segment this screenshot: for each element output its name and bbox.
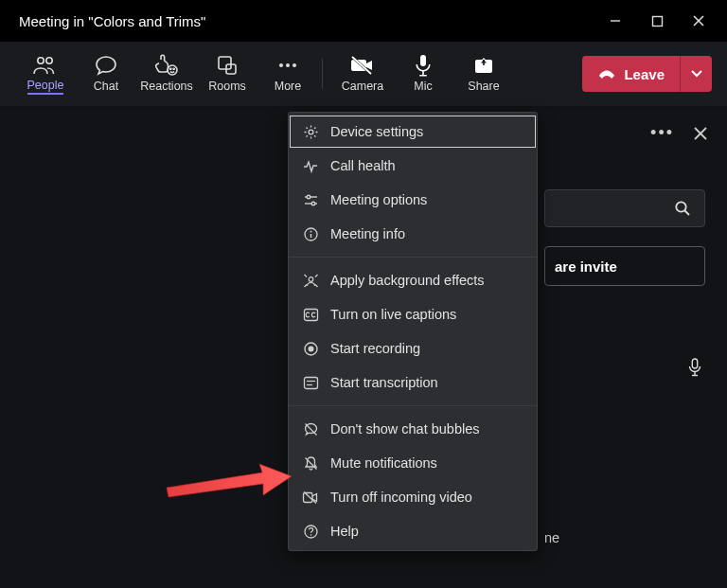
menu-meeting-options-label: Meeting options: [330, 192, 427, 207]
menu-meeting-info[interactable]: Meeting info: [289, 217, 537, 251]
svg-point-32: [310, 230, 311, 232]
menu-device-settings[interactable]: Device settings: [289, 115, 537, 149]
rooms-icon: [217, 53, 238, 78]
participant-mic-icon[interactable]: [687, 358, 702, 377]
svg-point-8: [173, 68, 174, 69]
menu-meeting-options[interactable]: Meeting options: [289, 183, 537, 217]
svg-rect-16: [420, 55, 426, 66]
more-icon: [277, 53, 298, 78]
arrow-icon: [163, 459, 295, 505]
close-button[interactable]: [678, 0, 719, 42]
people-button[interactable]: People: [15, 47, 76, 100]
panel-more-button[interactable]: •••: [650, 123, 674, 143]
svg-point-6: [168, 65, 177, 75]
rooms-button[interactable]: Rooms: [197, 47, 257, 100]
menu-separator: [289, 257, 537, 258]
svg-point-12: [286, 63, 290, 67]
svg-point-4: [38, 58, 44, 63]
svg-rect-9: [219, 57, 231, 69]
leave-label: Leave: [624, 66, 665, 82]
rooms-label: Rooms: [208, 78, 246, 95]
bell-off-icon: [302, 454, 319, 472]
menu-background-effects[interactable]: Apply background effects: [289, 263, 537, 297]
search-icon: [674, 200, 691, 217]
more-menu: Device settings Call health Meeting opti…: [288, 112, 538, 551]
svg-point-13: [293, 63, 296, 67]
menu-live-captions-label: Turn on live captions: [330, 307, 456, 322]
mic-button[interactable]: Mic: [393, 47, 453, 100]
captions-icon: [302, 306, 319, 323]
maximize-button[interactable]: [636, 0, 678, 42]
share-button[interactable]: Share: [453, 47, 514, 100]
video-off-icon: [302, 489, 319, 506]
svg-point-50: [310, 534, 311, 536]
menu-start-recording[interactable]: Start recording: [289, 331, 537, 365]
share-invite-label: are invite: [555, 258, 617, 275]
menu-mute-notifications-label: Mute notifications: [330, 455, 437, 471]
mic-icon: [414, 53, 433, 78]
chat-label: Chat: [94, 78, 118, 95]
minimize-icon: [609, 14, 622, 27]
svg-point-26: [309, 130, 313, 134]
svg-point-30: [311, 202, 315, 205]
svg-point-29: [307, 195, 310, 199]
svg-point-34: [309, 276, 313, 281]
titlebar: Meeting in "Colors and Trims": [0, 0, 727, 42]
menu-help[interactable]: Help: [289, 514, 537, 548]
window-title: Meeting in "Colors and Trims": [19, 13, 205, 29]
share-label: Share: [468, 78, 499, 95]
chat-bubble-off-icon: [302, 420, 319, 437]
reactions-icon: [154, 53, 179, 78]
people-label: People: [27, 78, 64, 95]
menu-device-settings-label: Device settings: [330, 124, 423, 139]
leave-dropdown-button[interactable]: [680, 56, 712, 92]
menu-background-effects-label: Apply background effects: [330, 273, 485, 288]
menu-live-captions[interactable]: Turn on live captions: [289, 297, 537, 331]
chat-icon: [95, 53, 117, 78]
menu-start-transcription-label: Start transcription: [330, 375, 438, 390]
panel-close-button[interactable]: [693, 126, 708, 141]
close-icon: [693, 126, 708, 141]
svg-point-5: [46, 58, 52, 63]
record-icon: [302, 340, 319, 357]
more-label: More: [275, 78, 301, 95]
camera-button[interactable]: Camera: [332, 47, 393, 100]
svg-point-7: [170, 68, 171, 69]
menu-hide-chat-bubbles-label: Don't show chat bubbles: [330, 421, 480, 437]
panel-header-controls: •••: [650, 123, 708, 143]
minimize-button[interactable]: [594, 0, 636, 42]
menu-call-health[interactable]: Call health: [289, 149, 537, 183]
menu-call-health-label: Call health: [330, 158, 396, 173]
svg-line-38: [315, 284, 318, 287]
mic-label: Mic: [414, 78, 432, 95]
menu-hide-chat-bubbles[interactable]: Don't show chat bubbles: [289, 412, 537, 446]
share-invite-button[interactable]: are invite: [544, 246, 705, 286]
menu-start-recording-label: Start recording: [330, 341, 420, 356]
menu-start-transcription[interactable]: Start transcription: [289, 365, 537, 400]
meeting-window: Meeting in "Colors and Trims" People Cha…: [0, 0, 727, 588]
participants-search[interactable]: [544, 189, 705, 227]
camera-label: Camera: [342, 78, 383, 95]
svg-line-35: [304, 275, 307, 277]
menu-mute-notifications[interactable]: Mute notifications: [289, 446, 537, 480]
activity-icon: [302, 157, 319, 174]
svg-line-37: [304, 284, 307, 287]
people-icon: [33, 53, 58, 78]
menu-turn-off-video[interactable]: Turn off incoming video: [289, 480, 537, 514]
chat-button[interactable]: Chat: [76, 47, 136, 100]
info-icon: [302, 225, 319, 242]
sliders-icon: [302, 191, 319, 208]
svg-rect-42: [304, 377, 317, 388]
annotation-arrow: [163, 459, 295, 505]
more-button[interactable]: More: [257, 47, 318, 100]
reactions-button[interactable]: Reactions: [136, 47, 197, 100]
menu-separator: [289, 405, 537, 406]
hangup-icon: [597, 67, 616, 80]
transcription-icon: [302, 374, 319, 391]
close-icon: [692, 14, 705, 27]
panel-text-fragment: ne: [544, 530, 700, 545]
leave-button-group: Leave: [582, 56, 712, 92]
leave-button[interactable]: Leave: [582, 56, 680, 92]
menu-meeting-info-label: Meeting info: [330, 226, 405, 241]
svg-line-22: [685, 211, 690, 216]
